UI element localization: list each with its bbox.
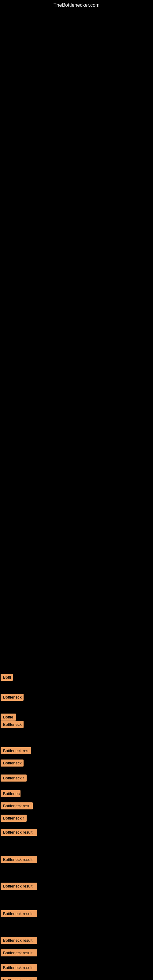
bottleneck-result-item: Bottleneck result <box>1 829 37 836</box>
bottleneck-result-item: Bottleneck result <box>1 937 37 944</box>
bottleneck-result-item: Bottleneck result <box>1 977 37 980</box>
bottleneck-result-item: Bottleneck r <box>1 815 27 822</box>
bottleneck-result-item: Bottleneck resu <box>1 802 33 810</box>
bottleneck-result-item: Bottle <box>1 714 16 721</box>
page-content: TheBottlenecker.com BottlBottleneckBottl… <box>0 0 153 980</box>
bottleneck-result-item: Bottleneck result <box>1 883 37 890</box>
bottleneck-result-item: Bottleneck <box>1 694 24 701</box>
site-title: TheBottlenecker.com <box>0 0 153 8</box>
bottleneck-result-item: Bottleneck result <box>1 964 37 971</box>
bottleneck-result-item: Bottlenec <box>1 790 21 797</box>
bottleneck-result-item: Bottleneck <box>1 721 24 728</box>
bottleneck-result-item: Bottleneck result <box>1 856 37 863</box>
bottleneck-result-item: Bottl <box>1 674 13 681</box>
bottleneck-result-item: Bottleneck res <box>1 747 31 754</box>
bottleneck-result-item: Bottleneck result <box>1 910 37 917</box>
bottleneck-result-item: Bottleneck result <box>1 950 37 956</box>
bottleneck-result-item: Bottleneck r <box>1 775 27 781</box>
bottleneck-result-item: Bottleneck <box>1 759 24 767</box>
